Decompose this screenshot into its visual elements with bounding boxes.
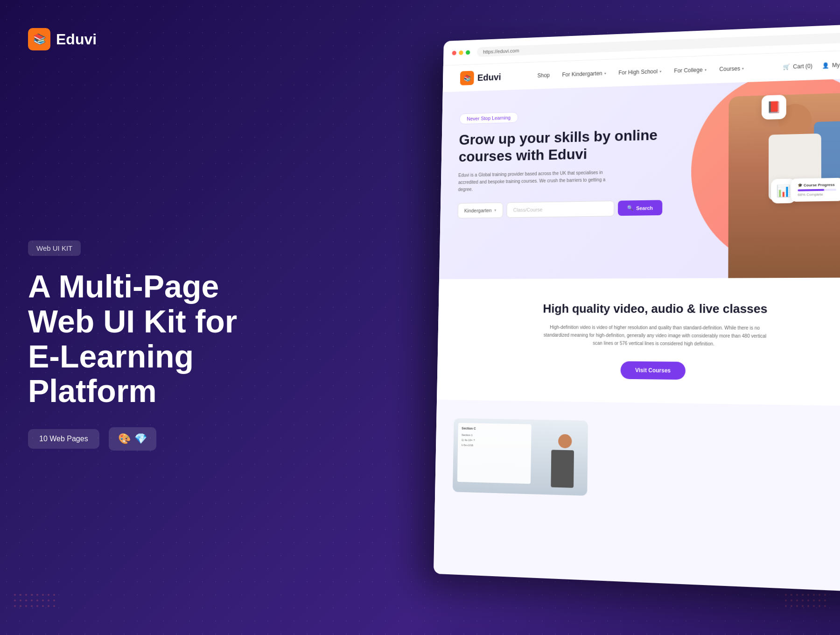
mini-card: 🎓 Course Progress 68% Complete bbox=[791, 178, 840, 202]
minimize-dot bbox=[459, 50, 463, 55]
search-bar: Kindergarten ▾ Class/Course 🔍 Search bbox=[458, 200, 662, 218]
chevron-down-icon: ▾ bbox=[742, 66, 744, 71]
browser-dots bbox=[452, 50, 470, 55]
visit-courses-button[interactable]: Visit Courses bbox=[620, 361, 686, 380]
nav-kindergarten[interactable]: For Kindergarten ▾ bbox=[562, 70, 606, 78]
pages-badge: 10 Web Pages bbox=[28, 429, 99, 449]
site-logo: 📚 Eduvi bbox=[460, 70, 501, 85]
chevron-down-icon: ▾ bbox=[494, 208, 497, 212]
brand-logo: 📚 Eduvi bbox=[28, 28, 97, 50]
left-panel: 📚 Eduvi Web UI KIT A Multi-Page Web UI K… bbox=[28, 0, 252, 635]
search-input[interactable]: Class/Course bbox=[506, 201, 614, 218]
user-icon: 👤 bbox=[822, 62, 829, 69]
site-nav-links: Shop For Kindergarten ▾ For High School … bbox=[537, 65, 744, 79]
main-heading: A Multi-Page Web UI Kit for E-Learning P… bbox=[28, 269, 252, 409]
tools-badge: 🎨 💎 bbox=[109, 427, 156, 451]
teacher-section: Section C Section 1 1) 4x-10= ? 1-5x+1/1… bbox=[435, 400, 840, 524]
account-button[interactable]: 👤 My Account bbox=[822, 61, 840, 69]
site-logo-icon: 📚 bbox=[460, 71, 474, 85]
quality-description: High-definition video is video of higher… bbox=[539, 323, 771, 348]
maximize-dot bbox=[466, 50, 470, 55]
decoration-dots-bottomright bbox=[785, 594, 826, 607]
browser-chrome: https://eduvi.com 📚 Eduvi Shop For Kind bbox=[434, 23, 840, 593]
nav-courses[interactable]: Courses ▾ bbox=[719, 65, 744, 73]
nav-high-school[interactable]: For High School ▾ bbox=[618, 68, 661, 76]
category-select[interactable]: Kindergarten ▾ bbox=[458, 202, 504, 218]
logo-icon: 📚 bbox=[28, 28, 50, 50]
hero-title: Grow up your skills by online courses wi… bbox=[459, 126, 663, 166]
bottom-badges: 10 Web Pages 🎨 💎 bbox=[28, 427, 252, 451]
never-stop-badge: Never Stop Learning bbox=[459, 112, 518, 124]
nav-college[interactable]: For College ▾ bbox=[674, 66, 706, 74]
cart-button[interactable]: 🛒 Cart (0) bbox=[783, 63, 812, 70]
nav-shop[interactable]: Shop bbox=[537, 72, 550, 78]
float-icon-book: 📕 bbox=[762, 95, 786, 120]
quality-title: High quality video, audio & live classes bbox=[456, 302, 840, 317]
hero-left: Never Stop Learning Grow up your skills … bbox=[458, 103, 663, 219]
hero-description: Eduvi is a Global training provider base… bbox=[458, 169, 609, 193]
chevron-down-icon: ▾ bbox=[705, 68, 707, 72]
close-dot bbox=[452, 50, 456, 55]
web-ui-kit-badge: Web UI KIT bbox=[28, 240, 81, 256]
quality-section: High quality video, audio & live classes… bbox=[437, 277, 840, 406]
browser-mockup: https://eduvi.com 📚 Eduvi Shop For Kind bbox=[434, 23, 840, 593]
hero-section: Never Stop Learning Grow up your skills … bbox=[439, 78, 840, 279]
chevron-down-icon: ▾ bbox=[659, 69, 661, 73]
sketch-icon: 💎 bbox=[134, 433, 147, 445]
search-icon: 🔍 bbox=[627, 205, 633, 211]
figma-icon: 🎨 bbox=[118, 433, 131, 445]
website-content: 📚 Eduvi Shop For Kindergarten ▾ For High… bbox=[434, 49, 840, 593]
cart-icon: 🛒 bbox=[783, 64, 790, 70]
logo-text: Eduvi bbox=[56, 31, 97, 48]
chevron-down-icon: ▾ bbox=[604, 71, 606, 76]
hero-right: 📕 💡 📊 🏆 🎓 Course Progress bbox=[653, 78, 840, 278]
teacher-image: Section C Section 1 1) 4x-10= ? 1-5x+1/1… bbox=[453, 418, 588, 496]
site-nav-right: 🛒 Cart (0) 👤 My Account bbox=[783, 61, 840, 71]
site-logo-text: Eduvi bbox=[477, 72, 501, 83]
